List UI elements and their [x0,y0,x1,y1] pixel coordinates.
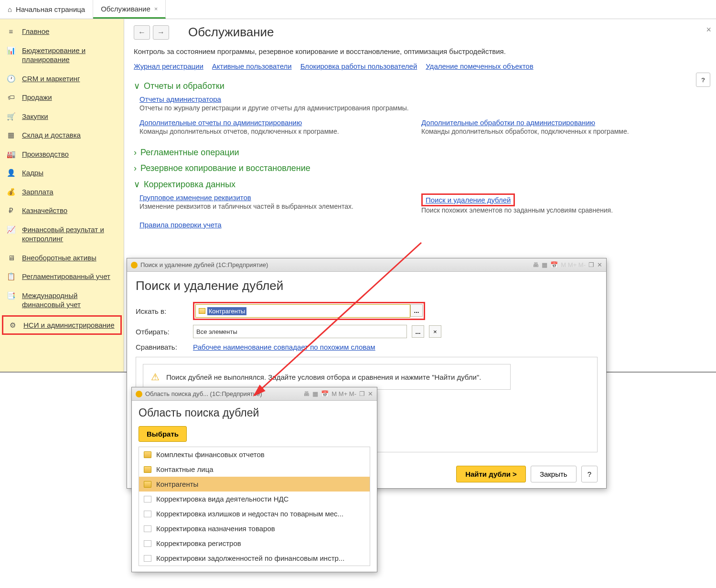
nav-fwd-button[interactable]: → [153,25,169,40]
sidebar-item-13[interactable]: 📑Международный финансовый учет [0,286,124,314]
chevron-right-icon: › [134,148,137,158]
dialog-help-button[interactable]: ? [581,466,598,482]
sidebar-item-11[interactable]: 🖥Внеоборотные активы [0,248,124,267]
list-item[interactable]: Комплекты финансовых отчетов [139,447,370,462]
grid-icon[interactable]: ▦ [542,261,547,268]
sidebar-label: Внеоборотные активы [22,253,96,263]
sidebar-icon: 📑 [7,291,15,300]
list-item-label: Корректировка назначения товаров [156,524,275,533]
section-backup-head[interactable]: ›Резервное копирование и восстановление [134,163,706,173]
tab-service[interactable]: Обслуживание × [93,0,166,19]
list-item[interactable]: Корректировка излишков и недостач по тов… [139,506,370,521]
desc-find-duplicates: Поиск похожих элементов по заданным усло… [421,206,670,214]
find-duplicates-button[interactable]: Найти дубли > [456,466,526,482]
link-admin-reports[interactable]: Отчеты администратора [139,95,706,103]
sidebar: ≡Главное📊Бюджетирование и планирование🕐C… [0,19,124,372]
list-item[interactable]: Контрагенты [139,477,370,492]
sidebar-item-4[interactable]: 🛒Закупки [0,107,124,126]
tab-home[interactable]: ⌂ Начальная страница [0,0,93,19]
window-restore-icon[interactable]: ❐ [359,390,365,397]
top-link[interactable]: Активные пользователи [212,62,292,70]
sidebar-label: Финансовый результат и контроллинг [22,225,117,244]
link-find-duplicates[interactable]: Поиск и удаление дублей [426,196,511,204]
list-item-label: Корректировка регистров [156,539,241,547]
list-item[interactable]: Корректировка назначения товаров [139,521,370,536]
sidebar-label: Производство [22,150,69,159]
document-icon [144,511,151,517]
link-extra-proc[interactable]: Дополнительные обработки по администриро… [421,118,670,127]
sidebar-item-2[interactable]: 🕐CRM и маркетинг [0,69,124,88]
calendar-icon[interactable]: 📅 [321,390,329,397]
sidebar-label: Регламентированный учет [22,272,110,281]
sidebar-icon: 👤 [7,168,15,178]
folder-icon [144,481,151,488]
document-icon [144,496,151,502]
close-button[interactable]: Закрыть [531,466,577,482]
link-extra-reports[interactable]: Дополнительные отчеты по администрирован… [139,118,388,127]
search-in-value[interactable]: Контрагенты [207,307,247,315]
top-link[interactable]: Журнал регистрации [134,62,203,70]
section-reports-head[interactable]: ∨Отчеты и обработки [134,81,706,91]
sidebar-icon: 📊 [7,46,15,55]
sidebar-item-6[interactable]: 🏭Производство [0,145,124,164]
sidebar-label: Продажи [22,93,52,102]
chevron-down-icon: ∨ [134,81,140,91]
sidebar-label: НСИ и администрирование [23,321,115,330]
list-item-label: Корректировки задолженностей по финансов… [156,554,344,562]
list-item[interactable]: Контактные лица [139,462,370,477]
memory-buttons[interactable]: M M+ M- [561,261,586,268]
list-item[interactable]: Корректировки задолженностей по финансов… [139,551,370,566]
sidebar-icon: 🕐 [7,74,15,84]
filter-lookup-button[interactable]: ... [412,325,424,338]
select-button[interactable]: Выбрать [139,426,187,442]
top-link[interactable]: Удаление помеченных объектов [426,62,533,70]
sidebar-item-8[interactable]: 💰Зарплата [0,182,124,202]
sidebar-item-12[interactable]: 📋Регламентированный учет [0,267,124,286]
close-page-icon[interactable]: × [706,25,711,35]
sidebar-label: Кадры [22,168,43,178]
sidebar-item-14[interactable]: ⚙НСИ и администрирование [2,315,122,335]
list-item[interactable]: Корректировка регистров [139,536,370,551]
close-icon[interactable]: ✕ [368,390,373,397]
sidebar-icon: 📈 [7,225,15,235]
link-check-rules[interactable]: Правила проверки учета [139,221,706,229]
sidebar-label: Зарплата [22,187,53,197]
link-group-change[interactable]: Групповое изменение реквизитов [139,193,388,202]
section-correction-head[interactable]: ∨Корректировка данных [134,179,706,190]
sidebar-item-3[interactable]: 🏷Продажи [0,88,124,107]
tab-home-label: Начальная страница [16,5,85,13]
sidebar-icon: 🖥 [7,253,15,263]
sidebar-icon: 🛒 [7,112,15,121]
section-reglament-head[interactable]: ›Регламентные операции [134,148,706,158]
list-item[interactable]: Корректировка вида деятельности НДС [139,492,370,506]
sidebar-item-1[interactable]: 📊Бюджетирование и планирование [0,41,124,69]
folder-icon [144,451,151,458]
sidebar-item-0[interactable]: ≡Главное [0,22,124,41]
compare-link[interactable]: Рабочее наименование совпадает по похожи… [193,343,375,351]
top-link[interactable]: Блокировка работы пользователей [300,62,417,70]
sidebar-item-9[interactable]: ₽Казначейство [0,201,124,220]
print-icon[interactable]: 🖶 [533,261,539,268]
help-button[interactable]: ? [696,73,710,87]
window-restore-icon[interactable]: ❐ [588,261,594,268]
print-icon[interactable]: 🖶 [303,390,310,397]
memory-buttons[interactable]: M M+ M- [331,390,356,397]
sidebar-item-7[interactable]: 👤Кадры [0,163,124,182]
lookup-button[interactable]: ... [410,304,423,317]
nav-back-button[interactable]: ← [134,25,150,40]
filter-value[interactable]: Все элементы [196,328,237,335]
sidebar-item-5[interactable]: ▦Склад и доставка [0,126,124,145]
label-compare: Сравнивать: [136,343,188,351]
document-icon [144,540,151,547]
sidebar-icon: 🏷 [7,93,15,102]
search-area-list[interactable]: Комплекты финансовых отчетовКонтактные л… [139,447,370,566]
filter-clear-button[interactable]: × [429,325,441,338]
list-item-label: Корректировка излишков и недостач по тов… [156,510,343,518]
close-icon[interactable]: × [154,5,158,12]
close-icon[interactable]: ✕ [597,261,602,268]
sidebar-icon: ₽ [7,206,15,215]
list-item-label: Контактные лица [156,465,214,473]
calendar-icon[interactable]: 📅 [550,261,558,268]
grid-icon[interactable]: ▦ [312,390,318,397]
sidebar-item-10[interactable]: 📈Финансовый результат и контроллинг [0,220,124,248]
